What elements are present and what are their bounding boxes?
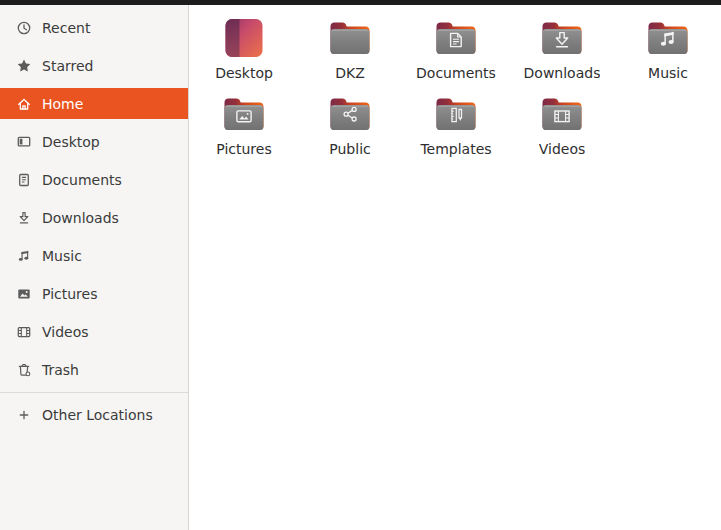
sidebar-item-videos[interactable]: Videos <box>0 316 188 347</box>
file-item-documents[interactable]: Documents <box>403 13 509 89</box>
trash-icon <box>16 362 32 378</box>
pictures-icon <box>16 286 32 302</box>
music-icon <box>16 248 32 264</box>
sidebar-item-label: Music <box>42 248 82 264</box>
folder-icon <box>644 13 692 63</box>
file-grid: Desktop DKZ Documents Downloads Music Pi… <box>191 13 721 165</box>
sidebar-item-pictures[interactable]: Pictures <box>0 278 188 309</box>
sidebar-item-documents[interactable]: Documents <box>0 164 188 195</box>
sidebar-places: RecentStarredHomeDesktopDocumentsDownloa… <box>0 5 189 530</box>
file-label: Music <box>648 65 688 81</box>
file-label: Downloads <box>524 65 601 81</box>
file-label: DKZ <box>335 65 365 81</box>
sidebar-item-desktop[interactable]: Desktop <box>0 126 188 157</box>
folder-icon <box>538 89 586 139</box>
file-item-public[interactable]: Public <box>297 89 403 165</box>
folder-icon <box>432 13 480 63</box>
desktop-special-icon <box>220 13 268 63</box>
file-item-dkz[interactable]: DKZ <box>297 13 403 89</box>
recent-icon <box>16 20 32 36</box>
file-label: Desktop <box>215 65 273 81</box>
starred-icon <box>16 58 32 74</box>
home-icon <box>16 96 32 112</box>
file-label: Pictures <box>216 141 271 157</box>
file-label: Public <box>329 141 370 157</box>
folder-icon <box>326 13 374 63</box>
videos-icon <box>16 324 32 340</box>
sidebar-item-recent[interactable]: Recent <box>0 12 188 43</box>
sidebar-item-label: Other Locations <box>42 407 153 423</box>
downloads-icon <box>16 210 32 226</box>
sidebar-item-label: Videos <box>42 324 89 340</box>
sidebar-item-music[interactable]: Music <box>0 240 188 271</box>
sidebar-item-label: Trash <box>42 362 79 378</box>
sidebar-item-label: Desktop <box>42 134 100 150</box>
sidebar-footer-list: Other Locations <box>0 399 188 430</box>
file-item-templates[interactable]: Templates <box>403 89 509 165</box>
sidebar-item-label: Starred <box>42 58 93 74</box>
sidebar-item-label: Downloads <box>42 210 119 226</box>
file-item-downloads[interactable]: Downloads <box>509 13 615 89</box>
file-label: Documents <box>416 65 496 81</box>
file-item-pictures[interactable]: Pictures <box>191 89 297 165</box>
file-item-desktop[interactable]: Desktop <box>191 13 297 89</box>
plus-icon <box>16 407 32 423</box>
folder-icon <box>432 89 480 139</box>
sidebar-item-label: Home <box>42 96 83 112</box>
folder-icon <box>220 89 268 139</box>
sidebar-item-starred[interactable]: Starred <box>0 50 188 81</box>
sidebar-item-downloads[interactable]: Downloads <box>0 202 188 233</box>
files-app-window: RecentStarredHomeDesktopDocumentsDownloa… <box>0 0 721 530</box>
sidebar-item-other-locations[interactable]: Other Locations <box>0 399 188 430</box>
sidebar-item-home[interactable]: Home <box>0 88 188 119</box>
file-item-music[interactable]: Music <box>615 13 721 89</box>
sidebar-item-label: Recent <box>42 20 90 36</box>
documents-icon <box>16 172 32 188</box>
desktop-icon <box>16 134 32 150</box>
sidebar-item-label: Documents <box>42 172 122 188</box>
folder-icon <box>538 13 586 63</box>
file-browser-pane: Desktop DKZ Documents Downloads Music Pi… <box>189 5 721 530</box>
sidebar-item-label: Pictures <box>42 286 97 302</box>
folder-icon <box>326 89 374 139</box>
sidebar-item-trash[interactable]: Trash <box>0 354 188 385</box>
sidebar-separator <box>0 392 188 393</box>
sidebar-list: RecentStarredHomeDesktopDocumentsDownloa… <box>0 12 188 385</box>
file-item-videos[interactable]: Videos <box>509 89 615 165</box>
file-label: Templates <box>420 141 491 157</box>
file-label: Videos <box>539 141 586 157</box>
